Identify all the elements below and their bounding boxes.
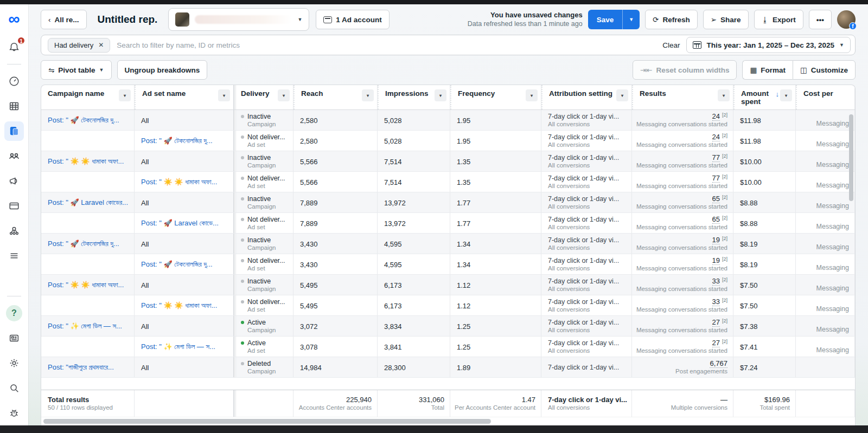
notifications-bell-icon[interactable]: 1 xyxy=(4,37,24,57)
save-options-caret[interactable]: ▼ xyxy=(622,10,640,29)
ad-set-link[interactable]: Post: " 🚀 টেকনোলজির দু... xyxy=(141,260,228,269)
ungroup-breakdowns-button[interactable]: Ungroup breakdowns xyxy=(117,60,208,80)
table-row[interactable]: Post: " ✨ মেগা ডিল — স...AllActiveCampai… xyxy=(41,316,855,337)
ad-set-name-cell[interactable]: All xyxy=(135,192,234,212)
table-row[interactable]: Post: " ✨ মেগা ডিল — স...ActiveAd set3,0… xyxy=(41,337,855,357)
column-header-7[interactable]: Results▾ xyxy=(632,85,733,109)
campaign-name-cell[interactable]: Post: " ☀️ ☀️ ধামাকা অফা... xyxy=(41,151,135,171)
ad-set-name-cell[interactable]: All xyxy=(135,234,234,254)
column-menu-caret[interactable]: ▾ xyxy=(526,89,538,101)
ad-set-name-cell[interactable]: Post: " 🚀 টেকনোলজির দু... xyxy=(135,131,234,151)
column-header-0[interactable]: Campaign name▾ xyxy=(41,85,135,109)
campaign-name-cell[interactable] xyxy=(41,131,135,151)
search-icon[interactable] xyxy=(4,378,24,398)
all-tools-menu-icon[interactable] xyxy=(4,246,24,266)
campaign-name-cell[interactable]: Post: " 🚀 টেকনোলজির দু... xyxy=(41,110,135,130)
column-menu-caret[interactable]: ▾ xyxy=(119,89,131,101)
campaign-name-cell[interactable] xyxy=(41,213,135,233)
column-header-3[interactable]: Reach▾ xyxy=(293,85,378,109)
table-row[interactable]: Post: " 🚀 টেকনোলজির দু...Not deliver...A… xyxy=(41,131,855,151)
ad-set-link[interactable]: Post: " 🚀 টেকনোলজির দু... xyxy=(141,137,228,145)
account-overview-gauge-icon[interactable] xyxy=(4,72,24,91)
ad-set-link[interactable]: Post: " ☀️ ☀️ ধামাকা অফা... xyxy=(141,178,228,186)
campaign-link[interactable]: Post: " 🚀 টেকনোলজির দু... xyxy=(48,240,129,248)
campaign-link[interactable]: Post: " 🚀 Laravel কোডের... xyxy=(48,198,129,207)
table-row[interactable]: Post: " ☀️ ☀️ ধামাকা অফা...AllInactiveCa… xyxy=(41,275,855,295)
refresh-button[interactable]: ⟳ Refresh xyxy=(645,10,698,29)
campaign-link[interactable]: Post: " ✨ মেগা ডিল — স... xyxy=(48,322,129,331)
format-button[interactable]: ▦ Format xyxy=(742,60,793,80)
campaign-name-cell[interactable] xyxy=(41,337,135,357)
ad-set-link[interactable]: Post: " ☀️ ☀️ ধামাকা অফা... xyxy=(141,301,228,310)
share-button[interactable]: ➢ Share xyxy=(703,10,749,29)
table-row[interactable]: Post: " ☀️ ☀️ ধামাকা অফা...AllInactiveCa… xyxy=(41,151,855,172)
column-menu-caret[interactable]: ▾ xyxy=(718,89,730,101)
ad-set-name-cell[interactable]: Post: " 🚀 টেকনোলজির দু... xyxy=(135,254,234,274)
column-menu-caret[interactable]: ▾ xyxy=(780,89,792,101)
column-header-6[interactable]: Attribution setting▾ xyxy=(541,85,632,109)
table-row[interactable]: Post: " ☀️ ☀️ ধামাকা অফা...Not deliver..… xyxy=(41,295,855,316)
table-row[interactable]: Post: " 🚀 Laravel কোডের...AllInactiveCam… xyxy=(41,192,855,213)
user-avatar[interactable]: f xyxy=(837,10,856,29)
ad-set-name-cell[interactable]: Post: " ☀️ ☀️ ধামাকা অফা... xyxy=(135,172,234,192)
campaign-link[interactable]: Post: " ☀️ ☀️ ধামাকা অফা... xyxy=(48,157,129,166)
ad-set-link[interactable]: Post: " ✨ মেগা ডিল — স... xyxy=(141,342,228,351)
column-menu-caret[interactable]: ▾ xyxy=(435,89,446,101)
business-assets-icon[interactable] xyxy=(4,221,24,241)
column-header-9[interactable]: Cost per xyxy=(796,85,855,109)
export-button[interactable]: ⭳ Export xyxy=(754,10,803,29)
clear-filters-link[interactable]: Clear xyxy=(662,41,680,49)
campaign-link[interactable]: Post: " 🚀 টেকনোলজির দু... xyxy=(48,116,129,125)
ad-set-name-cell[interactable]: All xyxy=(135,151,234,171)
table-row[interactable]: Post: " 🚀 Laravel কোডে...Not deliver...A… xyxy=(41,213,855,234)
help-icon[interactable]: ? xyxy=(4,303,24,323)
ad-set-name-cell[interactable]: All xyxy=(135,110,234,130)
remove-filter-icon[interactable]: ✕ xyxy=(98,41,104,49)
table-row[interactable]: Post: " ☀️ ☀️ ধামাকা অফা...Not deliver..… xyxy=(41,172,855,192)
campaign-name-cell[interactable]: Post: " ☀️ ☀️ ধামাকা অফা... xyxy=(41,275,135,295)
campaign-name-cell[interactable]: Post: " ✨ মেগা ডিল — স... xyxy=(41,316,135,336)
meta-logo[interactable]: ∞ xyxy=(8,12,20,26)
pivot-table-dropdown[interactable]: ⇋ Pivot table ▼ xyxy=(41,60,112,80)
column-menu-caret[interactable]: ▾ xyxy=(278,89,290,101)
ad-set-name-cell[interactable]: Post: " ✨ মেগা ডিল — স... xyxy=(135,337,234,357)
filter-search-input[interactable] xyxy=(117,41,656,49)
campaign-name-cell[interactable] xyxy=(41,295,135,315)
ad-set-link[interactable]: Post: " 🚀 Laravel কোডে... xyxy=(141,219,228,228)
ad-account-count-button[interactable]: 1 Ad account xyxy=(316,10,389,29)
table-row[interactable]: Post: " 🚀 টেকনোলজির দু...AllInactiveCamp… xyxy=(41,110,855,131)
had-delivery-filter-chip[interactable]: Had delivery ✕ xyxy=(48,38,110,53)
report-title[interactable]: Untitled rep. xyxy=(98,14,158,25)
column-menu-caret[interactable]: ▾ xyxy=(362,89,374,101)
more-options-button[interactable]: ••• xyxy=(809,10,832,29)
table-row[interactable]: Post: " 🚀 টেকনোলজির দু...AllInactiveCamp… xyxy=(41,234,855,254)
account-selector-dropdown[interactable]: ▼ xyxy=(168,8,309,31)
vertical-scrollbar[interactable] xyxy=(849,114,853,201)
customize-button[interactable]: ◫ Customize xyxy=(793,60,856,80)
column-header-4[interactable]: Impressions▾ xyxy=(378,85,450,109)
campaign-name-cell[interactable]: Post: "গাজীপুরে প্রথমবারে... xyxy=(41,357,135,377)
column-header-1[interactable]: Ad set name▾ xyxy=(135,85,234,109)
save-button[interactable]: Save xyxy=(588,10,623,29)
back-to-all-reports-button[interactable]: ‹ All re... xyxy=(41,10,87,29)
column-header-5[interactable]: Frequency▾ xyxy=(450,85,541,109)
column-header-2[interactable]: Delivery▾ xyxy=(234,85,293,109)
campaigns-table-icon[interactable] xyxy=(4,96,24,116)
ad-set-name-cell[interactable]: Post: " ☀️ ☀️ ধামাকা অফা... xyxy=(135,295,234,315)
date-range-selector[interactable]: This year: Jan 1, 2025 – Dec 23, 2025 ▼ xyxy=(686,37,851,53)
table-row[interactable]: Post: "গাজীপুরে প্রথমবারে...AllDeletedCa… xyxy=(41,357,855,378)
campaign-link[interactable]: Post: " ☀️ ☀️ ধামাকা অফা... xyxy=(48,281,129,289)
campaign-name-cell[interactable] xyxy=(41,172,135,192)
ad-set-name-cell[interactable]: Post: " 🚀 Laravel কোডে... xyxy=(135,213,234,233)
reset-column-widths-button[interactable]: ⇥⇤ Reset column widths xyxy=(633,60,737,80)
advertise-megaphone-icon[interactable] xyxy=(4,171,24,191)
column-menu-caret[interactable]: ▾ xyxy=(218,89,230,101)
campaign-name-cell[interactable]: Post: " 🚀 টেকনোলজির দু... xyxy=(41,234,135,254)
settings-gear-icon[interactable] xyxy=(4,353,24,373)
audiences-people-icon[interactable] xyxy=(4,146,24,166)
campaign-link[interactable]: Post: "গাজীপুরে প্রথমবারে... xyxy=(48,363,129,372)
ads-reporting-icon[interactable] xyxy=(4,121,24,141)
campaign-name-cell[interactable]: Post: " 🚀 Laravel কোডের... xyxy=(41,192,135,212)
horizontal-scrollbar-thumb[interactable] xyxy=(43,419,491,424)
column-menu-caret[interactable]: ▾ xyxy=(616,89,628,101)
